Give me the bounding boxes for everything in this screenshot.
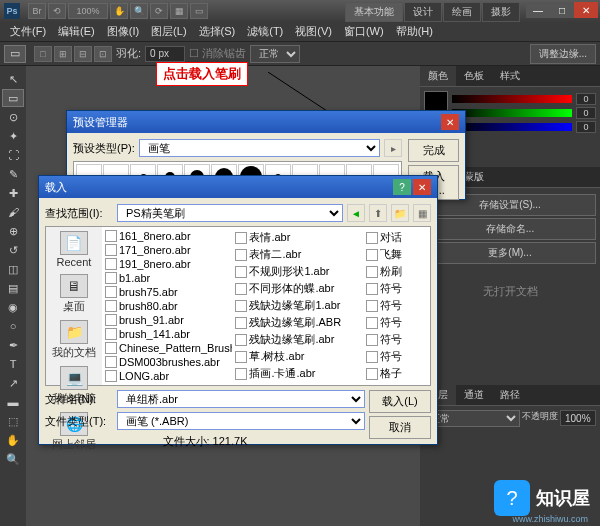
- tab-color[interactable]: 颜色: [420, 66, 456, 86]
- filetype-select[interactable]: 画笔 (*.ABR): [117, 412, 365, 430]
- file-item[interactable]: brush80.abr: [104, 299, 230, 313]
- marquee-tool-indicator[interactable]: ▭: [4, 45, 26, 63]
- cancel-button[interactable]: 取消: [369, 416, 431, 439]
- menu-view[interactable]: 视图(V): [289, 22, 338, 41]
- file-item[interactable]: 不同形体的蝶.abr: [234, 280, 360, 297]
- file-browser[interactable]: 161_8nero.abr171_8nero.abr191_8nero.abrb…: [102, 227, 430, 385]
- menu-help[interactable]: 帮助(H): [390, 22, 439, 41]
- file-item[interactable]: 191_8nero.abr: [104, 257, 230, 271]
- sel-new-icon[interactable]: □: [34, 46, 52, 62]
- file-item[interactable]: 161_8nero.abr: [104, 229, 230, 243]
- save-named-button[interactable]: 存储命名...: [424, 218, 596, 240]
- file-item[interactable]: 残缺边缘笔刷.ABR: [234, 314, 360, 331]
- done-button[interactable]: 完成: [408, 139, 459, 162]
- file-item[interactable]: 粉刷: [365, 263, 428, 280]
- b-slider[interactable]: [452, 123, 572, 131]
- file-item[interactable]: 表情二.abr: [234, 246, 360, 263]
- file-item[interactable]: brush_141.abr: [104, 327, 230, 341]
- rotate-icon[interactable]: ⟳: [150, 3, 168, 19]
- load-close-button[interactable]: ✕: [413, 179, 431, 195]
- bridge-icon[interactable]: Br: [28, 3, 46, 19]
- file-item[interactable]: brush_91.abr: [104, 313, 230, 327]
- opacity-input[interactable]: [560, 410, 596, 426]
- tab-styles[interactable]: 样式: [492, 66, 528, 86]
- style-select[interactable]: 正常: [250, 45, 300, 63]
- file-item[interactable]: LONG.abr: [104, 369, 230, 383]
- marquee-tool[interactable]: ▭: [2, 89, 24, 107]
- brush-tool[interactable]: 🖌: [2, 203, 24, 221]
- sel-int-icon[interactable]: ⊡: [94, 46, 112, 62]
- preset-type-select[interactable]: 画笔: [139, 139, 380, 157]
- place-documents[interactable]: 📁我的文档: [52, 320, 96, 360]
- menu-window[interactable]: 窗口(W): [338, 22, 390, 41]
- do-load-button[interactable]: 载入(L): [369, 390, 431, 413]
- hand-tool[interactable]: ✋: [2, 431, 24, 449]
- menu-file[interactable]: 文件(F): [4, 22, 52, 41]
- newfolder-icon[interactable]: 📁: [391, 204, 409, 222]
- history-icon[interactable]: ⟲: [48, 3, 66, 19]
- up-icon[interactable]: ⬆: [369, 204, 387, 222]
- file-item[interactable]: 符号: [365, 314, 428, 331]
- file-item[interactable]: 格子: [365, 382, 428, 385]
- file-item[interactable]: DSM003brushes.abr: [104, 355, 230, 369]
- menu-filter[interactable]: 滤镜(T): [241, 22, 289, 41]
- tab-channels[interactable]: 通道: [456, 385, 492, 405]
- minimize-button[interactable]: —: [526, 2, 550, 18]
- blend-mode-select[interactable]: 正常: [424, 410, 520, 427]
- screen-icon[interactable]: ▭: [190, 3, 208, 19]
- place-desktop[interactable]: 🖥桌面: [60, 274, 88, 314]
- menu-layer[interactable]: 图层(L): [145, 22, 192, 41]
- file-item[interactable]: 符号: [365, 331, 428, 348]
- pen-tool[interactable]: ✒: [2, 336, 24, 354]
- maximize-button[interactable]: □: [550, 2, 574, 18]
- g-slider[interactable]: [452, 109, 572, 117]
- menu-edit[interactable]: 编辑(E): [52, 22, 101, 41]
- file-item[interactable]: PS笔刷-植物笔刷: [104, 383, 230, 385]
- file-item[interactable]: 符号: [365, 297, 428, 314]
- file-item[interactable]: 171_8nero.abr: [104, 243, 230, 257]
- sel-add-icon[interactable]: ⊞: [54, 46, 72, 62]
- file-item[interactable]: 残缺边缘笔刷1.abr: [234, 297, 360, 314]
- history-brush-tool[interactable]: ↺: [2, 241, 24, 259]
- file-item[interactable]: 格子: [365, 365, 428, 382]
- feather-input[interactable]: [145, 46, 185, 62]
- workspace-tab-basic[interactable]: 基本功能: [345, 2, 403, 22]
- dodge-tool[interactable]: ○: [2, 317, 24, 335]
- gradient-tool[interactable]: ▤: [2, 279, 24, 297]
- back-icon[interactable]: ◄: [347, 204, 365, 222]
- blur-tool[interactable]: ◉: [2, 298, 24, 316]
- place-recent[interactable]: 📄Recent: [57, 231, 92, 268]
- zoom-tool[interactable]: 🔍: [2, 450, 24, 468]
- close-button[interactable]: ✕: [574, 2, 598, 18]
- heal-tool[interactable]: ✚: [2, 184, 24, 202]
- lasso-tool[interactable]: ⊙: [2, 108, 24, 126]
- lookin-select[interactable]: PS精美笔刷: [117, 204, 343, 222]
- stamp-tool[interactable]: ⊕: [2, 222, 24, 240]
- file-item[interactable]: b1.abr: [104, 271, 230, 285]
- sel-sub-icon[interactable]: ⊟: [74, 46, 92, 62]
- load-help-button[interactable]: ?: [393, 179, 411, 195]
- eyedropper-tool[interactable]: ✎: [2, 165, 24, 183]
- file-item[interactable]: 符号: [365, 348, 428, 365]
- type-tool[interactable]: T: [2, 355, 24, 373]
- 3d-tool[interactable]: ⬚: [2, 412, 24, 430]
- file-item[interactable]: 不规则形状1.abr: [234, 263, 360, 280]
- tab-paths[interactable]: 路径: [492, 385, 528, 405]
- file-item[interactable]: 表情.abr: [234, 229, 360, 246]
- shape-tool[interactable]: ▬: [2, 393, 24, 411]
- workspace-tab-photo[interactable]: 摄影: [482, 2, 520, 22]
- tab-swatches[interactable]: 色板: [456, 66, 492, 86]
- views-icon[interactable]: ▦: [413, 204, 431, 222]
- file-item[interactable]: 飞舞: [365, 246, 428, 263]
- zoom-icon[interactable]: 🔍: [130, 3, 148, 19]
- zoom-display[interactable]: 100%: [68, 3, 108, 19]
- menu-select[interactable]: 选择(S): [193, 22, 242, 41]
- move-tool[interactable]: ↖: [2, 70, 24, 88]
- filename-input[interactable]: 单组桥.abr: [117, 390, 365, 408]
- menu-image[interactable]: 图像(I): [101, 22, 145, 41]
- hand-icon[interactable]: ✋: [110, 3, 128, 19]
- preset-flyout-icon[interactable]: ▸: [384, 139, 402, 157]
- file-item[interactable]: 对话: [365, 229, 428, 246]
- file-item[interactable]: 插画.卡通.abr: [234, 365, 360, 382]
- wand-tool[interactable]: ✦: [2, 127, 24, 145]
